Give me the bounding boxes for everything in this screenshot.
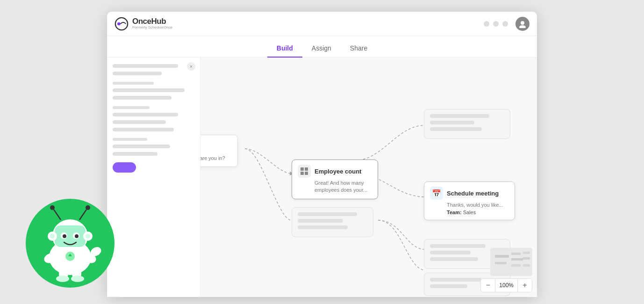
sidebar: × bbox=[107, 58, 200, 297]
left-node-text: ...are you in? bbox=[200, 155, 232, 162]
zoom-controls: − 100% + bbox=[480, 278, 532, 292]
sidebar-line-6 bbox=[113, 106, 150, 109]
tab-build[interactable]: Build bbox=[267, 40, 302, 58]
sidebar-section-4 bbox=[113, 138, 194, 156]
svg-point-15 bbox=[75, 234, 79, 238]
grid-icon bbox=[300, 167, 308, 175]
sidebar-line-4 bbox=[113, 88, 185, 92]
sidebar-line-9 bbox=[113, 128, 174, 131]
ghost-line-4 bbox=[298, 212, 357, 216]
app-name: OnceHub bbox=[132, 17, 172, 26]
main-content: × bbox=[107, 58, 537, 297]
mini-dot-7 bbox=[511, 264, 521, 267]
mascot bbox=[23, 196, 117, 290]
schedule-meeting-node[interactable]: 📅 Schedule meeting Thanks, would you lik… bbox=[424, 181, 515, 220]
mascot-svg bbox=[23, 196, 117, 290]
sidebar-line-7 bbox=[113, 113, 178, 116]
logo-icon bbox=[114, 17, 129, 31]
left-node[interactable]: ? ...are you in? bbox=[200, 135, 238, 167]
ghost-line-9 bbox=[430, 257, 478, 261]
mini-dot-6 bbox=[495, 262, 507, 264]
schedule-meeting-icon: 📅 bbox=[430, 187, 443, 200]
employee-count-header: Employee count bbox=[298, 165, 372, 178]
mini-dot-5 bbox=[523, 257, 530, 260]
ghost-line-2 bbox=[430, 121, 474, 124]
svg-rect-6 bbox=[301, 172, 304, 175]
tab-share[interactable]: Share bbox=[341, 40, 377, 58]
mini-dot-1 bbox=[495, 255, 509, 258]
logo-text: OnceHub Formerly ScheduleOnce bbox=[132, 17, 172, 30]
sidebar-section-3 bbox=[113, 106, 194, 131]
schedule-meeting-text: Thanks, would you like... bbox=[447, 202, 509, 209]
mini-dot-2 bbox=[511, 253, 521, 255]
sidebar-line-10 bbox=[113, 138, 147, 141]
ghost-line-11 bbox=[430, 284, 467, 288]
team-label: Team: bbox=[447, 210, 462, 215]
logo-area: OnceHub Formerly ScheduleOnce bbox=[114, 17, 172, 31]
sidebar-line-12 bbox=[113, 152, 157, 156]
employee-count-icon bbox=[298, 165, 311, 178]
ghost-line-7 bbox=[430, 244, 486, 248]
sidebar-line-1 bbox=[113, 64, 178, 68]
sidebar-action-button[interactable] bbox=[113, 162, 136, 173]
mini-dot-4 bbox=[523, 252, 530, 254]
ghost-line-5 bbox=[298, 219, 343, 223]
sidebar-line-11 bbox=[113, 145, 170, 148]
svg-point-17 bbox=[50, 205, 55, 210]
sidebar-close-button[interactable]: × bbox=[187, 62, 195, 71]
ghost-line-1 bbox=[430, 114, 489, 118]
sidebar-line-3 bbox=[113, 82, 154, 85]
dot-2 bbox=[493, 21, 499, 27]
ghost-line-8 bbox=[430, 251, 471, 254]
svg-point-1 bbox=[117, 22, 121, 25]
ghost-node-bottom-mid[interactable] bbox=[292, 207, 373, 237]
sidebar-section-1 bbox=[113, 64, 194, 75]
window-controls bbox=[484, 17, 530, 31]
app-window: OnceHub Formerly ScheduleOnce Build Assi… bbox=[107, 12, 537, 297]
left-node-header: ? bbox=[200, 140, 232, 153]
svg-rect-4 bbox=[301, 167, 304, 171]
ghost-line-3 bbox=[430, 127, 482, 131]
avatar-icon bbox=[518, 20, 527, 28]
sidebar-line-8 bbox=[113, 120, 166, 124]
dot-1 bbox=[484, 21, 489, 27]
svg-point-30 bbox=[56, 275, 69, 282]
svg-point-31 bbox=[71, 275, 84, 282]
ghost-line-10 bbox=[430, 278, 482, 282]
title-bar: OnceHub Formerly ScheduleOnce bbox=[107, 12, 537, 36]
mini-dot-3 bbox=[511, 258, 523, 261]
sidebar-line-2 bbox=[113, 72, 162, 75]
sidebar-line-5 bbox=[113, 96, 172, 100]
sidebar-section-2 bbox=[113, 82, 194, 100]
app-subtitle: Formerly ScheduleOnce bbox=[132, 26, 172, 30]
svg-rect-7 bbox=[305, 172, 308, 175]
employee-count-node[interactable]: Employee count Great! And how many emplo… bbox=[292, 159, 378, 199]
zoom-in-button[interactable]: + bbox=[518, 279, 532, 292]
schedule-meeting-title: Schedule meeting bbox=[447, 190, 499, 197]
mini-map-inner bbox=[490, 248, 532, 276]
zoom-out-button[interactable]: − bbox=[481, 279, 495, 292]
dot-3 bbox=[502, 21, 508, 27]
canvas[interactable]: ? ...are you in? Employee count bbox=[200, 58, 537, 297]
user-avatar[interactable] bbox=[515, 17, 530, 31]
ghost-line-6 bbox=[298, 225, 348, 229]
svg-point-23 bbox=[86, 234, 90, 239]
svg-point-19 bbox=[86, 205, 90, 210]
mini-map bbox=[490, 248, 532, 276]
svg-point-3 bbox=[519, 25, 526, 28]
svg-rect-11 bbox=[55, 225, 86, 247]
svg-point-14 bbox=[63, 234, 66, 238]
schedule-meeting-team: Team: Sales bbox=[447, 210, 509, 215]
tab-bar: Build Assign Share bbox=[107, 36, 537, 58]
employee-count-text: Great! And how many employees does your.… bbox=[315, 180, 372, 194]
svg-point-22 bbox=[50, 234, 55, 239]
ghost-node-top-right[interactable] bbox=[424, 109, 510, 139]
mini-dot-8 bbox=[523, 264, 530, 267]
team-value: Sales bbox=[463, 210, 476, 215]
zoom-level: 100% bbox=[495, 279, 518, 292]
schedule-meeting-header: 📅 Schedule meeting bbox=[430, 187, 509, 200]
employee-count-title: Employee count bbox=[315, 168, 361, 175]
svg-rect-5 bbox=[305, 167, 308, 171]
tab-assign[interactable]: Assign bbox=[302, 40, 341, 58]
svg-point-2 bbox=[521, 21, 524, 25]
